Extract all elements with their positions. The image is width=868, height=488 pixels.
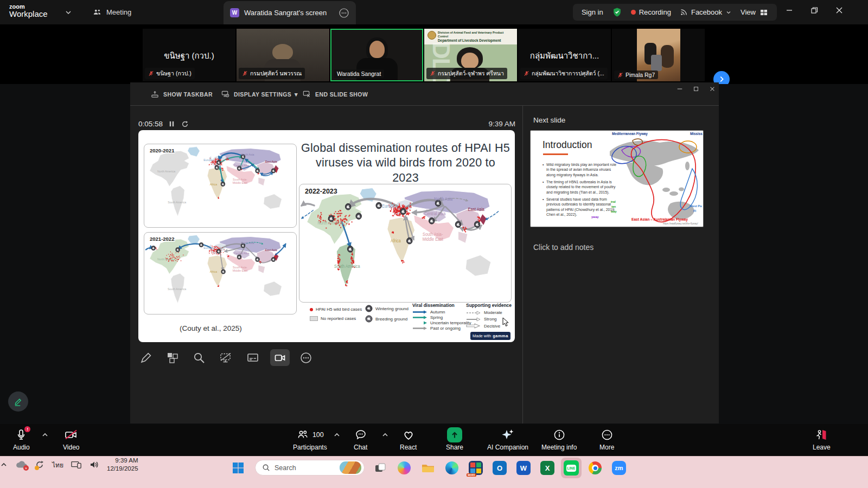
legend-evidence-title: Supporting evidence [466, 303, 512, 308]
task-view-button[interactable] [372, 460, 388, 476]
chevron-down-icon [725, 9, 732, 16]
start-button[interactable] [230, 460, 246, 476]
end-slide-show-button[interactable]: END SLIDE SHOW [303, 90, 368, 98]
outlook-button[interactable]: O [492, 460, 508, 476]
m365-badge: M365 [467, 473, 476, 477]
word-button[interactable]: W [515, 460, 532, 476]
audio-options-chevron[interactable] [41, 432, 49, 438]
display-settings-icon [221, 90, 229, 98]
tab-meeting-label: Meeting [106, 8, 131, 16]
restart-timer-button[interactable] [181, 120, 189, 128]
edge-button[interactable] [444, 460, 460, 476]
legend-no-cases: No reported cases [310, 316, 356, 321]
ai-sparkle-icon [501, 428, 515, 442]
black-screen-icon[interactable] [219, 351, 232, 364]
video-strip: ขนิษฐา (กวป.) ขนิษฐา (กวป.) กรมปศุสัตว์ … [0, 24, 868, 84]
legend-wintering: Wintering ground [365, 305, 409, 312]
minimize-button[interactable] [784, 5, 795, 16]
chat-icon [354, 428, 367, 441]
excel-button[interactable]: X [539, 460, 556, 476]
participant-tile[interactable]: กลุ่มพัฒนาวิชากา... กลุ่มพัฒนาวิชาการปศุ… [518, 29, 611, 81]
made-with-gamma-badge[interactable]: Made withgamma [470, 332, 510, 340]
excel-icon: X [540, 461, 554, 475]
taskbar-search[interactable]: Search [255, 460, 365, 476]
chrome-button[interactable] [587, 460, 603, 476]
share-button[interactable]: Share [446, 428, 463, 451]
grid-view-icon [760, 8, 768, 17]
participants-options-chevron[interactable] [333, 432, 341, 438]
dld-header-line1: Division of Animal Feed and Veterinary P… [438, 31, 514, 38]
ppt-restore-button[interactable] [691, 84, 701, 94]
tray-chevron-up-icon[interactable] [0, 461, 8, 468]
ppt-close-button[interactable] [707, 84, 718, 94]
tray-clock[interactable]: 9:39 AM 12/19/2025 [107, 457, 138, 473]
language-indicator[interactable]: ไทย [52, 460, 63, 470]
participant-name-label: Pimala Rg7 [614, 70, 658, 79]
participant-tile[interactable]: Division of Animal Feed and Veterinary P… [424, 29, 517, 81]
chevron-down-icon[interactable] [64, 8, 73, 17]
zoom-app-button[interactable]: zm [611, 460, 627, 476]
search-icon [262, 464, 270, 472]
react-button[interactable]: React [400, 428, 417, 451]
breeding-ground-icon [365, 315, 373, 323]
participant-display-name: กลุ่มพัฒนาวิชากา... [518, 49, 611, 62]
pen-tool-icon[interactable] [139, 351, 152, 364]
pause-timer-button[interactable] [168, 120, 175, 127]
zoom-workplace-logo[interactable]: zoom Workplace [9, 4, 48, 18]
m365-button[interactable]: M365 [468, 460, 484, 476]
view-menu[interactable]: View [741, 8, 768, 17]
slide-navigator-icon[interactable] [166, 351, 179, 364]
svg-text:East Asia: East Asia [265, 160, 278, 163]
zoom-slide-icon[interactable] [193, 351, 206, 364]
next-slide-thumbnail[interactable]: Introduction Wild migratory birds play a… [530, 130, 704, 227]
more-button[interactable]: More [599, 428, 614, 451]
facebook-stream-menu[interactable]: Facebook [680, 8, 732, 16]
gray-swatch-icon [310, 316, 318, 321]
notes-placeholder[interactable]: Click to add notes [533, 243, 593, 252]
line-button-active[interactable]: LINE [561, 458, 582, 478]
participant-tile-active-speaker[interactable]: Waratida Sangrat [330, 29, 423, 81]
sign-in-button[interactable]: Sign in [582, 8, 603, 16]
chat-button[interactable]: Chat [354, 428, 367, 451]
display-settings-button[interactable]: DISPLAY SETTINGS ▼ [221, 90, 299, 98]
facebook-label: Facebook [691, 8, 722, 16]
ppt-minimize-button[interactable] [674, 84, 685, 94]
chat-options-chevron[interactable] [381, 432, 389, 438]
audio-button[interactable]: ! Audio [13, 428, 30, 451]
onedrive-tray-icon[interactable]: × [15, 460, 27, 469]
captions-icon[interactable] [246, 351, 259, 364]
tab-meeting[interactable]: Meeting [92, 0, 131, 24]
svg-text:North America: North America [317, 220, 343, 225]
camera-tool-active[interactable] [270, 349, 290, 366]
tab-options-icon[interactable] [339, 8, 349, 18]
ai-companion-button[interactable]: AI Companion [487, 428, 528, 451]
leave-meeting-icon [814, 428, 828, 441]
more-ellipsis-icon [601, 428, 614, 441]
meeting-info-button[interactable]: Meeting info [541, 428, 577, 451]
next-slide-heading: Next slide [533, 116, 565, 124]
participants-button[interactable]: 100 Participants [293, 428, 327, 451]
security-shield-icon[interactable] [612, 7, 622, 17]
close-button[interactable] [834, 5, 845, 16]
video-button[interactable]: Video [63, 428, 79, 451]
shared-screen-area: SHOW TASKBAR DISPLAY SETTINGS ▼ END SLID… [0, 84, 868, 424]
update-tray-icon[interactable] [35, 460, 44, 470]
cast-tray-icon[interactable] [71, 460, 82, 469]
participant-tile[interactable]: ขนิษฐา (กวป.) ขนิษฐา (กวป.) [143, 29, 235, 81]
more-tools-icon[interactable] [299, 351, 312, 364]
volume-tray-icon[interactable] [90, 460, 99, 469]
copilot-button[interactable] [396, 460, 412, 476]
file-explorer-button[interactable] [420, 460, 436, 476]
toolbar-divider [130, 105, 719, 106]
restore-button[interactable] [809, 5, 820, 16]
annotate-button[interactable] [8, 391, 28, 412]
leave-button[interactable]: Leave [813, 428, 831, 451]
show-taskbar-button[interactable]: SHOW TASKBAR [151, 90, 213, 98]
legend-viral-past: Past or ongoing [412, 326, 461, 331]
mic-muted-icon [430, 70, 436, 76]
tab-shared-screen[interactable]: W Waratida Sangrat's screen [224, 1, 356, 24]
map-year-label: 2022-2023 [304, 188, 339, 195]
participant-tile[interactable]: กรมปศุสัตว์ นพวรรณ [237, 29, 329, 81]
recording-indicator[interactable]: Recording [631, 8, 671, 16]
participant-tile[interactable]: Pimala Rg7 [612, 29, 705, 81]
